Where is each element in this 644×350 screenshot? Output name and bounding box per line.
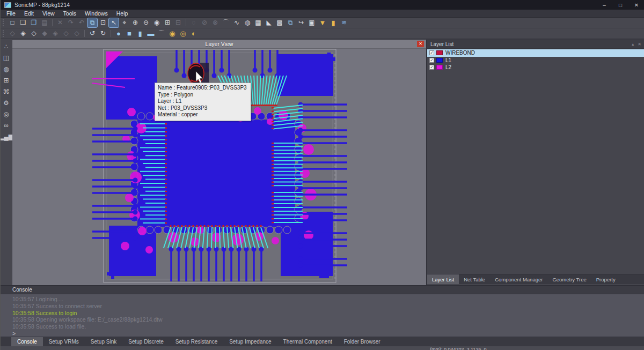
box-primitive-icon[interactable]: ▬ (146, 29, 156, 38)
orbit-icon[interactable]: ◎ (1, 109, 12, 119)
panel-tab-component-manager[interactable]: Component Manager (490, 274, 547, 284)
console-title: Console (12, 287, 32, 293)
layout-panes-icon[interactable]: ◫ (1, 53, 12, 63)
histogram-icon[interactable]: ▂▄▆ (1, 131, 12, 142)
ruler-triangle-icon[interactable]: ◣ (264, 18, 274, 27)
cube-face-icon: ◈ (50, 29, 60, 38)
cube-primitive-icon[interactable]: ■ (125, 29, 134, 38)
bottom-tab-setup-sink[interactable]: Setup Sink (85, 337, 122, 346)
zoom-out-icon[interactable]: ⊖ (141, 18, 151, 27)
minimize-button[interactable]: – (596, 0, 612, 10)
console-log[interactable]: 10:35:57 Logining....10:35:57 Success to… (1, 294, 644, 337)
bottom-tab-setup-impedance[interactable]: Setup Impedance (223, 337, 277, 346)
settings-gear-icon[interactable]: ⚙ (1, 98, 12, 108)
copy-layers-icon[interactable]: ⧉ (286, 18, 295, 27)
bottom-tab-console[interactable]: Console (11, 337, 43, 346)
hierarchy-icon[interactable]: ⌘ (1, 86, 12, 96)
globe-icon[interactable]: ◍ (243, 18, 252, 27)
menu-edit[interactable]: Edit (20, 10, 38, 17)
wire-cube-nodes-icon[interactable]: ◈ (18, 29, 28, 38)
boolean-subtract-icon[interactable]: ◐ (189, 29, 199, 38)
panel-close-icon[interactable]: ✕ (638, 42, 641, 47)
console-line: 10:35:58 Success to login (12, 310, 644, 317)
stamp-icon: ⊗ (210, 18, 220, 27)
layer-color-swatch[interactable] (436, 65, 443, 70)
solid-cube-icon: ◆ (40, 29, 49, 38)
menu-view[interactable]: View (38, 10, 59, 17)
panel-tab-property[interactable]: Property (591, 274, 620, 284)
redo-icon: ↷ (66, 18, 76, 27)
layer-view-titlebar[interactable]: Layer View ✕ (12, 40, 426, 49)
wire-route-icon[interactable]: ↪ (296, 18, 306, 27)
project-group-icon[interactable]: ∴ (1, 41, 12, 51)
boolean-union-icon[interactable]: ◉ (167, 29, 177, 38)
layer-view-close-button[interactable]: ✕ (417, 41, 424, 47)
zoom-region-icon[interactable]: ◉ (152, 18, 162, 27)
panel-tab-net-table[interactable]: Net Table (459, 274, 490, 284)
cylinder-primitive-icon[interactable]: ▮ (135, 29, 145, 38)
measure-icon: ◌ (189, 18, 199, 27)
new-file-icon[interactable]: □ (8, 18, 17, 27)
panel-pin-icon[interactable]: ▴ (632, 42, 634, 47)
menu-tools[interactable]: Tools (59, 10, 81, 17)
menu-file[interactable]: File (2, 10, 20, 17)
layer-stack-icon[interactable]: ≋ (339, 18, 349, 27)
layer-list-header-icons: ▴✕ (632, 42, 641, 47)
layer-visibility-checkbox[interactable]: ✓ (429, 65, 434, 70)
toolbar-separator (52, 19, 53, 26)
package-3d-icon[interactable]: ◍ (1, 64, 12, 74)
menu-windows[interactable]: Windows (80, 10, 112, 17)
panel-tab-layer-list[interactable]: Layer List (427, 274, 459, 284)
bottom-tab-thermal-component[interactable]: Thermal Component (277, 337, 338, 346)
console-line: 10:35:57 Success to connect server (12, 303, 644, 310)
grid-table-icon[interactable]: ▩ (275, 18, 284, 27)
arc-tool-icon[interactable]: ⌒ (221, 18, 231, 27)
menu-help[interactable]: Help (112, 10, 133, 17)
layer-list-title: Layer List (430, 41, 453, 47)
bottom-tab-setup-discrete[interactable]: Setup Discrete (122, 337, 170, 346)
mold-cap-icon[interactable]: ▼ (318, 18, 327, 27)
import-file-icon[interactable]: ❐ (29, 18, 39, 27)
die-bar-icon[interactable]: ▮ (328, 18, 338, 27)
open-file-icon[interactable]: ❏ (18, 18, 28, 27)
sphere-primitive-icon[interactable]: ● (114, 29, 123, 38)
layer-list-header: Layer List ▴✕ (427, 40, 644, 49)
origin-target-icon[interactable]: ⌖ (120, 18, 129, 27)
maximize-button[interactable]: □ (612, 0, 628, 10)
bottom-tab-setup-resistance[interactable]: Setup Resistance (170, 337, 223, 346)
layer-row-l2[interactable]: ✓L2 (427, 64, 644, 71)
rotate-right-icon[interactable]: ↻ (98, 29, 108, 38)
venn-icon[interactable]: ∞ (1, 120, 12, 130)
select-cursor-icon[interactable]: ↖ (109, 18, 119, 27)
layer-list-panel: Layer List ▴✕ ✓WIREBOND✓L1✓L2 Layer List… (427, 40, 644, 285)
fit-view-icon[interactable]: ⊞ (163, 18, 172, 27)
polyline-tool-icon[interactable]: ∿ (232, 18, 241, 27)
console-line: > (12, 330, 644, 337)
app-window: SonicMP - 88pkg1214 – □ ✕ FileEditViewTo… (0, 0, 644, 350)
rotate-left-icon[interactable]: ↺ (87, 29, 97, 38)
undo-icon: ↶ (77, 18, 86, 27)
layer-visibility-checkbox[interactable]: ✓ (429, 50, 434, 55)
layers-view-icon[interactable]: ⧉ (87, 18, 97, 27)
layer-visibility-checkbox[interactable]: ✓ (429, 58, 434, 63)
pattern-fill-icon[interactable]: ▦ (253, 18, 263, 27)
console-line: 10:35:58 Success to load file. (12, 323, 644, 330)
select-region-icon[interactable]: ⊡ (98, 18, 108, 27)
bottom-tab-setup-vrms[interactable]: Setup VRMs (43, 337, 85, 346)
menubar: FileEditViewToolsWindowsHelp (1, 10, 644, 18)
bottom-tab-folder-browser[interactable]: Folder Browser (338, 337, 386, 346)
boolean-intersect-icon[interactable]: ◎ (178, 29, 188, 38)
close-button[interactable]: ✕ (628, 0, 644, 10)
clipboard-icon[interactable]: ▣ (307, 18, 317, 27)
layer-row-l1[interactable]: ✓L1 (427, 57, 644, 64)
components-icon[interactable]: ⊞ (1, 75, 12, 85)
panel-tab-geometry-tree[interactable]: Geometry Tree (547, 274, 591, 284)
zoom-in-icon[interactable]: ⊕ (130, 18, 140, 27)
wire-cube-solid-icon[interactable]: ◇ (29, 29, 39, 38)
arc-pipe-icon[interactable]: ⌒ (157, 29, 166, 38)
layer-color-swatch[interactable] (436, 50, 443, 55)
pcb-canvas[interactable]: Name : Feature0905::P03_DVSS3P3Type : Po… (12, 49, 426, 285)
layer-color-swatch[interactable] (436, 58, 443, 63)
layer-row-wirebond[interactable]: ✓WIREBOND (427, 49, 644, 57)
feature-tooltip: Name : Feature0905::P03_DVSS3P3Type : Po… (155, 83, 251, 121)
